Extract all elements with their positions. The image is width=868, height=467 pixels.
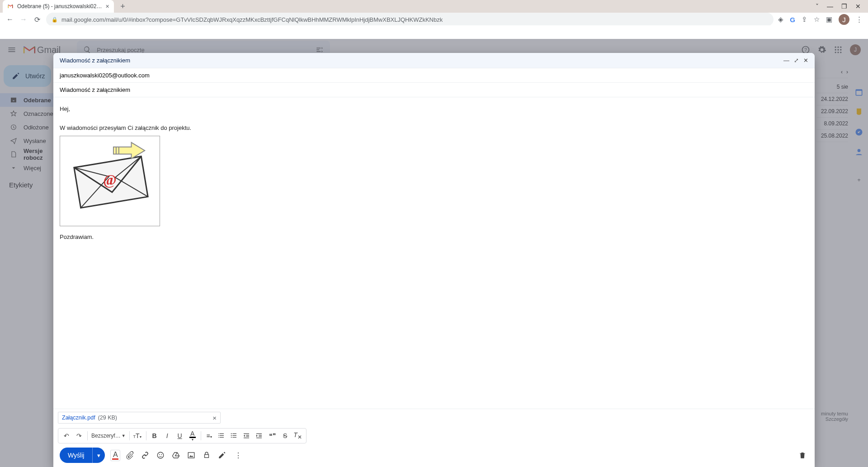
tab-title: Odebrane (5) - januszkowalski02… <box>17 3 102 10</box>
browser-tab[interactable]: Odebrane (5) - januszkowalski02… × <box>3 0 114 13</box>
new-tab-button[interactable]: + <box>117 0 129 13</box>
google-icon[interactable]: G <box>790 16 795 24</box>
url-text: mail.google.com/mail/u/0/#inbox?compose=… <box>61 16 443 23</box>
window-maximize-icon[interactable]: ❐ <box>841 3 847 10</box>
panel-icon[interactable]: ▣ <box>826 15 832 24</box>
nav-reload-button[interactable]: ⟳ <box>33 15 42 24</box>
chrome-menu-v-icon[interactable]: ˅ <box>816 3 819 10</box>
lock-icon: 🔒 <box>52 17 58 23</box>
ext-icon[interactable]: ◈ <box>778 15 783 24</box>
share-icon[interactable]: ⇪ <box>802 15 807 24</box>
bookmark-icon[interactable]: ☆ <box>814 15 820 24</box>
tab-close-icon[interactable]: × <box>105 3 109 10</box>
window-close-icon[interactable]: ✕ <box>855 3 861 10</box>
chrome-menu-icon[interactable]: ⋮ <box>856 15 863 24</box>
nav-back-button[interactable]: ← <box>5 15 14 24</box>
address-bar[interactable]: 🔒 mail.google.com/mail/u/0/#inbox?compos… <box>46 13 774 25</box>
window-minimize-icon[interactable]: — <box>827 3 833 10</box>
profile-avatar[interactable]: J <box>839 14 849 25</box>
gmail-favicon <box>7 3 14 10</box>
nav-forward-button[interactable]: → <box>19 15 28 24</box>
